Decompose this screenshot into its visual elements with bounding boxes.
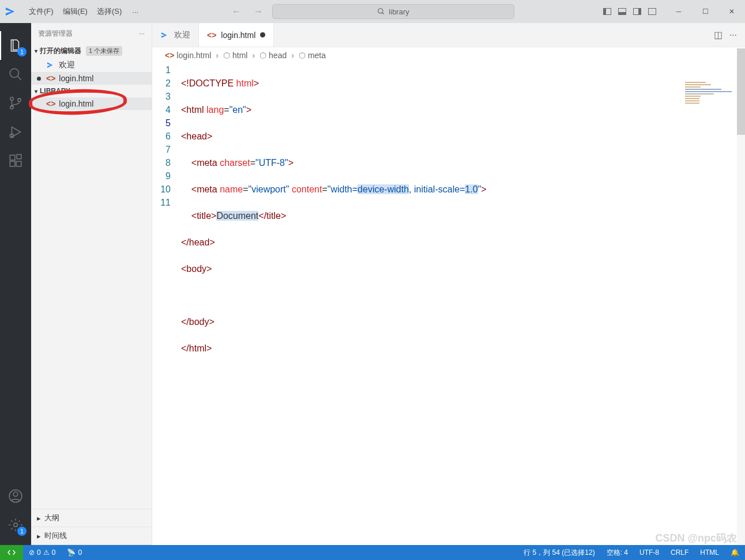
search-input[interactable]: library <box>272 4 514 19</box>
file-label: 欢迎 <box>59 60 75 70</box>
search-icon <box>377 7 385 16</box>
split-editor-icon[interactable]: ◫ <box>714 29 723 40</box>
sidebar: 资源管理器 ··· ▾ 打开的编辑器 1 个未保存 欢迎 <> login.ht… <box>31 23 152 545</box>
menu-more-icon[interactable]: ··· <box>126 7 144 16</box>
status-language[interactable]: HTML <box>694 548 725 558</box>
status-bar: ⊘0⚠0 📡0 行 5，列 54 (已选择12) 空格: 4 UTF-8 CRL… <box>0 545 745 560</box>
remote-status-icon[interactable] <box>0 545 23 560</box>
activity-debug[interactable] <box>0 118 31 146</box>
symbol-icon: ⬡ <box>259 51 266 60</box>
menu-select[interactable]: 选择(S) <box>92 0 126 23</box>
svg-point-14 <box>13 492 18 497</box>
sidebar-title: 资源管理器 <box>38 29 73 39</box>
folder-label: LIBRARY <box>40 87 70 95</box>
vscode-logo-icon <box>6 6 17 17</box>
activity-account[interactable] <box>0 482 31 510</box>
crumb-label: meta <box>308 51 326 60</box>
outline-label: 大纲 <box>44 513 59 523</box>
svg-marker-7 <box>12 127 21 137</box>
more-actions-icon[interactable]: ··· <box>729 30 737 40</box>
menu-file[interactable]: 文件(F) <box>24 0 58 23</box>
chevron-right-icon: ▸ <box>37 514 41 523</box>
modified-dot-icon <box>37 77 41 81</box>
editor-group: 欢迎 <> login.html ◫ ··· <>login.html› ⬡ht… <box>152 23 745 545</box>
symbol-icon: ⬡ <box>223 51 230 60</box>
nav-back-icon[interactable]: ← <box>228 6 244 17</box>
file-label: login.html <box>59 74 93 83</box>
svg-point-6 <box>18 99 21 101</box>
tab-welcome[interactable]: 欢迎 <box>152 23 199 47</box>
layout-icon[interactable] <box>648 8 656 15</box>
open-editors-section[interactable]: ▾ 打开的编辑器 1 个未保存 <box>31 44 152 58</box>
search-placeholder: library <box>389 7 409 16</box>
open-editor-welcome[interactable]: 欢迎 <box>31 58 152 72</box>
activity-bar: 1 1 <box>0 23 31 545</box>
search-icon <box>8 67 23 82</box>
crumb-label: head <box>269 51 287 60</box>
svg-rect-11 <box>16 161 21 167</box>
layout-icon[interactable] <box>603 8 611 15</box>
svg-point-4 <box>10 97 13 100</box>
vertical-scrollbar[interactable] <box>737 48 745 545</box>
activity-search[interactable] <box>0 60 31 89</box>
explorer-badge: 1 <box>17 47 27 56</box>
symbol-icon: ⬡ <box>299 51 306 60</box>
open-editors-label: 打开的编辑器 <box>40 46 81 56</box>
activity-extensions[interactable] <box>0 146 31 175</box>
html-file-icon: <> <box>46 74 55 83</box>
html-file-icon: <> <box>46 99 55 108</box>
activity-explorer[interactable]: 1 <box>0 31 31 60</box>
layout-icon[interactable] <box>618 8 626 15</box>
settings-badge: 1 <box>17 527 27 536</box>
html-file-icon: <> <box>165 51 174 60</box>
tab-bar: 欢迎 <> login.html ◫ ··· <box>152 23 745 47</box>
code-content[interactable]: <!DOCTYPE html> <html lang="en"> <head> … <box>181 63 487 381</box>
vscode-icon <box>160 31 170 40</box>
section-timeline[interactable]: ▸时间线 <box>31 527 152 545</box>
svg-point-15 <box>14 523 18 527</box>
breadcrumbs[interactable]: <>login.html› ⬡html› ⬡head› ⬡meta <box>152 47 745 63</box>
status-ports[interactable]: 📡0 <box>61 548 88 557</box>
status-cursor[interactable]: 行 5，列 54 (已选择12) <box>518 548 600 558</box>
svg-rect-9 <box>10 155 15 160</box>
status-problems[interactable]: ⊘0⚠0 <box>23 548 61 557</box>
menu-edit[interactable]: 编辑(E) <box>58 0 92 23</box>
timeline-label: 时间线 <box>44 531 67 541</box>
activity-scm[interactable] <box>0 89 31 118</box>
section-outline[interactable]: ▸大纲 <box>31 509 152 527</box>
nav-forward-icon[interactable]: → <box>250 6 266 17</box>
chevron-right-icon: ▸ <box>37 532 41 540</box>
layout-icon[interactable] <box>633 8 641 15</box>
modified-dot-icon <box>260 32 265 37</box>
maximize-button[interactable]: ☐ <box>692 0 718 23</box>
status-spaces[interactable]: 空格: 4 <box>601 548 634 558</box>
title-bar: 文件(F) 编辑(E) 选择(S) ··· ← → library ─ ☐ ✕ <box>0 0 745 23</box>
minimize-button[interactable]: ─ <box>665 0 692 23</box>
crumb-label: html <box>232 51 247 60</box>
svg-rect-12 <box>17 154 21 159</box>
file-label: login.html <box>59 99 93 108</box>
status-encoding[interactable]: UTF-8 <box>634 548 665 558</box>
debug-icon <box>8 124 23 139</box>
minimap[interactable] <box>685 81 737 104</box>
unsaved-badge: 1 个未保存 <box>86 46 122 56</box>
status-eol[interactable]: CRLF <box>665 548 694 558</box>
close-button[interactable]: ✕ <box>718 0 745 23</box>
status-notifications-icon[interactable]: 🔔 <box>725 548 745 558</box>
code-editor[interactable]: 1234 567 891011 <!DOCTYPE html> <html la… <box>152 63 745 381</box>
layout-icons <box>599 8 661 15</box>
open-editor-login[interactable]: <> login.html <box>31 72 152 85</box>
chevron-down-icon: ▾ <box>35 88 37 94</box>
scrollbar-thumb[interactable] <box>737 48 745 135</box>
folder-file-login[interactable]: <> login.html <box>31 97 152 110</box>
sidebar-more-icon[interactable]: ··· <box>139 29 145 37</box>
activity-settings[interactable]: 1 <box>0 510 31 539</box>
tab-login[interactable]: <> login.html <box>199 23 274 47</box>
svg-line-3 <box>17 76 21 80</box>
vscode-icon <box>46 60 55 70</box>
folder-section[interactable]: ▾ LIBRARY <box>31 85 152 97</box>
line-gutter: 1234 567 891011 <box>152 63 181 381</box>
account-icon <box>8 489 23 504</box>
svg-point-2 <box>10 69 18 77</box>
crumb-label: login.html <box>176 51 211 60</box>
